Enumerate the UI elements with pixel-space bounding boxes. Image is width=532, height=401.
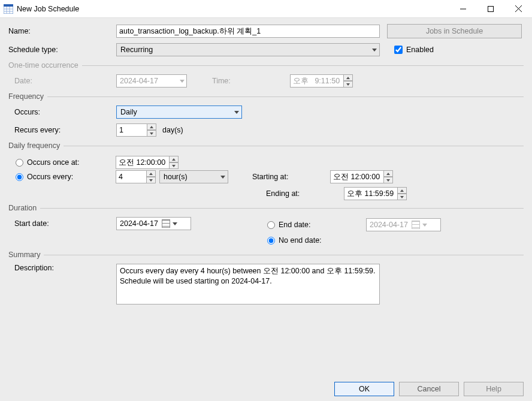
onetime-time-spinner — [290, 74, 353, 88]
occurs-label: Occurs: — [8, 108, 116, 116]
occurs-every-spinner[interactable] — [116, 170, 156, 183]
group-onetime: One-time occurrence — [8, 61, 524, 70]
jobs-in-schedule-button[interactable]: Jobs in Schedule — [387, 24, 522, 38]
description-textarea[interactable] — [116, 264, 380, 304]
onetime-date-picker: 2024-04-17 — [116, 74, 187, 88]
start-date-value: 2024-04-17 — [120, 219, 158, 228]
app-icon — [4, 4, 13, 14]
close-button[interactable] — [504, 0, 532, 18]
group-summary: Summary — [8, 251, 524, 259]
enabled-label: Enabled — [406, 46, 434, 54]
calendar-icon — [412, 221, 420, 229]
maximize-button[interactable] — [477, 0, 504, 18]
start-date-picker[interactable]: 2024-04-17 — [116, 217, 191, 230]
occurs-every-unit: hour(s) — [164, 173, 188, 181]
chevron-down-icon — [234, 111, 239, 114]
window-title: New Job Schedule — [17, 5, 79, 13]
schedule-type-select[interactable]: Recurring — [116, 43, 380, 56]
minimize-button[interactable] — [449, 0, 477, 18]
recurs-unit: day(s) — [162, 126, 183, 134]
recurs-every-label: Recurs every: — [8, 126, 116, 134]
end-date-picker: 2024-04-17 — [366, 218, 441, 231]
group-frequency: Frequency — [8, 92, 524, 101]
end-date-radio[interactable] — [267, 221, 275, 229]
help-button[interactable]: Help — [464, 382, 524, 396]
chevron-down-icon — [180, 80, 185, 83]
calendar-icon — [162, 219, 170, 228]
group-duration: Duration — [8, 204, 524, 212]
occurs-once-time[interactable] — [116, 156, 179, 169]
starting-at-label: Starting at: — [252, 173, 330, 181]
recurs-every-spinner[interactable] — [116, 123, 156, 137]
onetime-time-label: Time: — [212, 77, 290, 85]
no-end-date-radio[interactable] — [267, 237, 275, 245]
name-label: Name: — [8, 27, 116, 35]
svg-rect-1 — [4, 4, 13, 7]
group-daily-frequency: Daily frequency — [8, 141, 524, 150]
occurs-every-label: Occurs every: — [27, 173, 116, 181]
cancel-button[interactable]: Cancel — [399, 382, 459, 396]
schedule-type-value: Recurring — [120, 46, 153, 54]
chevron-down-icon — [422, 224, 427, 227]
occurs-once-label: Occurs once at: — [27, 158, 116, 167]
ok-button[interactable]: OK — [334, 382, 394, 396]
svg-rect-7 — [488, 6, 494, 11]
chevron-down-icon — [173, 222, 177, 225]
onetime-date-value: 2024-04-17 — [120, 77, 158, 85]
chevron-down-icon — [220, 176, 225, 179]
name-input[interactable] — [116, 25, 380, 38]
occurs-every-radio[interactable] — [16, 173, 23, 181]
titlebar: New Job Schedule — [0, 0, 532, 18]
end-date-label: End date: — [279, 221, 366, 229]
enabled-checkbox[interactable] — [394, 46, 403, 54]
occurs-once-radio[interactable] — [16, 159, 23, 167]
ending-at-spinner[interactable] — [344, 187, 407, 200]
starting-at-spinner[interactable] — [330, 170, 393, 183]
start-date-label: Start date: — [8, 219, 116, 228]
schedule-type-label: Schedule type: — [8, 46, 116, 54]
ending-at-label: Ending at: — [266, 189, 344, 198]
occurs-select[interactable]: Daily — [116, 105, 242, 119]
client-area: Name: Jobs in Schedule Schedule type: Re… — [0, 18, 532, 401]
end-date-value: 2024-04-17 — [370, 221, 408, 229]
no-end-date-label: No end date: — [279, 236, 322, 245]
enabled-checkbox-row[interactable]: Enabled — [394, 46, 434, 54]
occurs-value: Daily — [120, 108, 137, 116]
chevron-down-icon — [372, 49, 377, 52]
description-label: Description: — [8, 264, 116, 272]
occurs-every-unit-select[interactable]: hour(s) — [159, 170, 228, 183]
onetime-date-label: Date: — [8, 77, 116, 85]
